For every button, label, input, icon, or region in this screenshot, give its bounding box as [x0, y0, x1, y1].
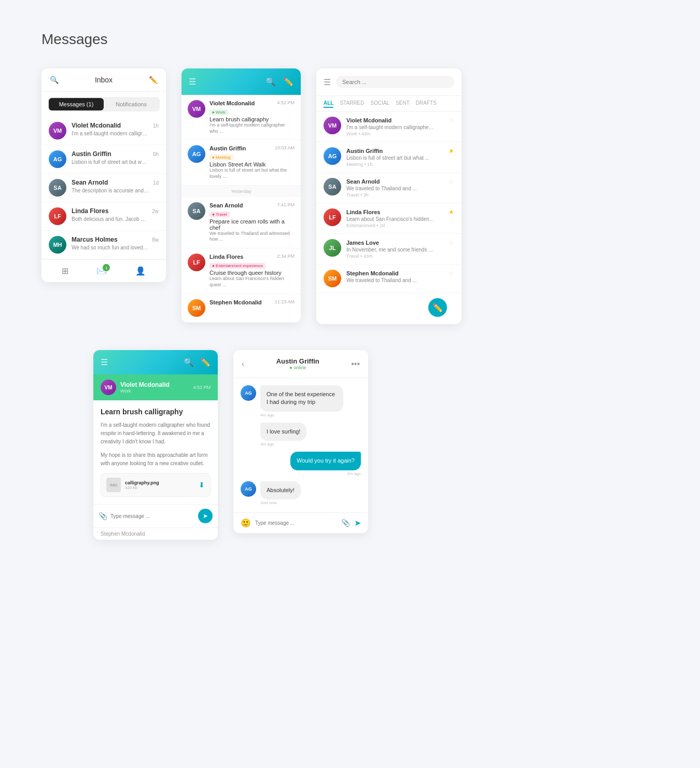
list-item[interactable]: SA Sean Arnold7:41 PM ● Travel Prepare i… — [181, 197, 301, 248]
bubble: I love surfing! — [260, 423, 306, 441]
tab-notifications[interactable]: Notifications — [104, 98, 159, 110]
search-icon[interactable]: 🔍 — [184, 357, 194, 367]
avatar: MH — [49, 236, 66, 254]
bubble-time: 4m ago — [260, 442, 306, 446]
bubble-time: Just now — [260, 500, 301, 505]
download-icon[interactable]: ⬇ — [199, 481, 205, 489]
list-item[interactable]: SM Stephen Mcdonalid☆ We traveled to Tha… — [316, 264, 461, 293]
edit-icon[interactable]: ✏️ — [200, 357, 211, 367]
list-item[interactable]: JL James Love☆ In November, me and some … — [316, 234, 461, 264]
sender-name: Marcus Holmes — [72, 236, 118, 243]
contact-sub: Work — [120, 388, 170, 394]
chat-message: I love surfing! 4m ago — [241, 423, 361, 446]
message-input[interactable] — [110, 513, 195, 519]
list-item[interactable]: AG Austin Griffin6h Lisbon is full of st… — [41, 145, 166, 174]
file-attachment[interactable]: IMG calligraphy.png 420 kb ⬇ — [101, 473, 211, 497]
tab-starred[interactable]: STARRED — [340, 99, 364, 108]
bubble: Absolutely! — [260, 481, 301, 499]
avatar: LF — [49, 207, 66, 225]
tab-all[interactable]: ALL — [324, 99, 333, 108]
inbox-message-list: VM Violet Mcdonalid1h I'm a self-taught … — [41, 117, 166, 259]
tag: ● Entertainment experience — [209, 263, 265, 269]
list-item[interactable]: MH Marcus Holmes8w We had so much fun an… — [41, 231, 166, 259]
message-para2: My hope is to share this approachable ar… — [101, 451, 211, 468]
tag: ● Meeting — [209, 155, 233, 160]
avatar: VM — [49, 122, 66, 139]
list-item[interactable]: VM Violet Mcdonalid4:52 PM ● Work Learn … — [181, 95, 301, 140]
sender-name: Sean Arnold — [72, 179, 108, 186]
bubble-time: 2m ago — [290, 471, 361, 476]
message-body: Learn brush calligraphy I'm a self-taugh… — [93, 400, 218, 504]
star-icon[interactable]: ☆ — [449, 117, 454, 124]
back-icon[interactable]: ‹ — [242, 359, 244, 369]
attach-icon[interactable]: 📎 — [341, 519, 350, 527]
send-button[interactable]: ➤ — [198, 509, 213, 523]
list-item[interactable]: AG Austin Griffin★ Lisbon is full of str… — [316, 142, 461, 173]
menu-icon[interactable]: ☰ — [324, 77, 331, 87]
edit-icon[interactable]: ✏️ — [283, 77, 293, 87]
chat-conversation-panel: ‹ Austin Griffin ● online ••• AG One of … — [233, 350, 368, 533]
tag: ● Travel — [209, 212, 230, 217]
list-item[interactable]: SA Sean Arnold☆ We traveled to Thailand … — [316, 173, 461, 203]
avatar: SA — [188, 202, 205, 220]
tab-messages[interactable]: Messages (1) — [49, 98, 104, 110]
list-item[interactable]: SM Stephen Mcdonalid11:23 AM — [181, 294, 301, 323]
avatar: VM — [101, 380, 116, 395]
bubble-time: 4m ago — [260, 413, 343, 417]
more-options-icon[interactable]: ••• — [351, 359, 360, 369]
star-icon[interactable]: ☆ — [449, 270, 454, 277]
chat-bubble-area: AG One of the best experience I had duri… — [233, 378, 368, 512]
tab-sent[interactable]: SENT — [396, 99, 410, 108]
chat-list-header: ☰ 🔍 ✏️ — [181, 68, 301, 95]
emoji-icon[interactable]: 🙂 — [241, 518, 251, 528]
search-icon[interactable]: 🔍 — [265, 77, 276, 87]
avatar: AG — [241, 481, 256, 497]
contact-name: Austin Griffin — [276, 357, 319, 365]
contact-name: Violet Mcdonalid — [120, 381, 170, 388]
compose-button[interactable]: ✏️ — [428, 298, 447, 317]
search-input[interactable] — [336, 76, 454, 88]
mail-tabs: ALL STARRED SOCIAL SENT DRAFTS — [316, 96, 461, 111]
chat-input[interactable] — [255, 520, 337, 526]
star-icon[interactable]: ☆ — [449, 178, 454, 185]
chat-message: AG One of the best experience I had duri… — [241, 385, 361, 417]
list-item[interactable]: AG Austin Griffin10:03 AM ● Meeting Lisb… — [181, 140, 301, 185]
msg-time: 6h — [153, 151, 159, 157]
attach-icon[interactable]: 📎 — [99, 512, 107, 520]
menu-icon[interactable]: ☰ — [101, 357, 108, 367]
tab-drafts[interactable]: DRAFTS — [416, 99, 437, 108]
chat-message: AG Absolutely! Just now — [241, 481, 361, 505]
date-separator: Yesterday — [181, 186, 301, 197]
list-item[interactable]: LF Linda Flores2w Both delicious and fun… — [41, 202, 166, 231]
row1: 🔍 Inbox ✏️ Messages (1) Notifications VM… — [41, 68, 659, 324]
list-item[interactable]: LF Linda Flores2:34 PM ● Entertainment e… — [181, 248, 301, 294]
msg-preview: I'm a self-taught modern calligrapher wh… — [72, 130, 149, 137]
edit-icon[interactable]: ✏️ — [149, 76, 158, 84]
tab-social[interactable]: SOCIAL — [371, 99, 390, 108]
list-item[interactable]: VM Violet Mcdonalid1h I'm a self-taught … — [41, 117, 166, 145]
chat-header: ‹ Austin Griffin ● online ••• — [233, 350, 368, 378]
star-icon[interactable]: ★ — [449, 147, 454, 155]
sender-name: Austin Griffin — [72, 150, 111, 158]
star-icon[interactable]: ☆ — [449, 239, 454, 246]
avatar: AG — [188, 145, 205, 163]
profile-icon[interactable]: 👤 — [135, 266, 146, 276]
msg-time: 2w — [152, 208, 159, 214]
list-item[interactable]: LF Linda Flores★ Learn about San Francis… — [316, 203, 461, 234]
menu-icon[interactable]: ☰ — [189, 77, 196, 87]
msg-preview: The description is accurate and the even… — [72, 187, 149, 194]
search-icon[interactable]: 🔍 — [50, 76, 59, 84]
mail-list: VM Violet Mcdonalid☆ I'm a self-taught m… — [316, 111, 461, 324]
message-detail-panel: ☰ 🔍 ✏️ VM Violet Mcdonalid Work 4:52 PM … — [93, 350, 218, 540]
send-icon[interactable]: ➤ — [354, 518, 361, 528]
msg-preview: We had so much fun and loved everything … — [72, 244, 149, 252]
tag: ● Work — [209, 109, 228, 115]
avatar: LF — [188, 254, 205, 271]
grid-icon[interactable]: ⊞ — [62, 266, 68, 276]
list-item[interactable]: VM Violet Mcdonalid☆ I'm a self-taught m… — [316, 111, 461, 142]
list-item[interactable]: SA Sean Arnold1d The description is accu… — [41, 174, 166, 202]
star-icon[interactable]: ★ — [449, 208, 454, 216]
message-para1: I'm a self-taught modern calligrapher wh… — [101, 421, 211, 446]
avatar: SA — [324, 178, 341, 196]
mail-icon[interactable]: ✉️1 — [96, 266, 107, 276]
